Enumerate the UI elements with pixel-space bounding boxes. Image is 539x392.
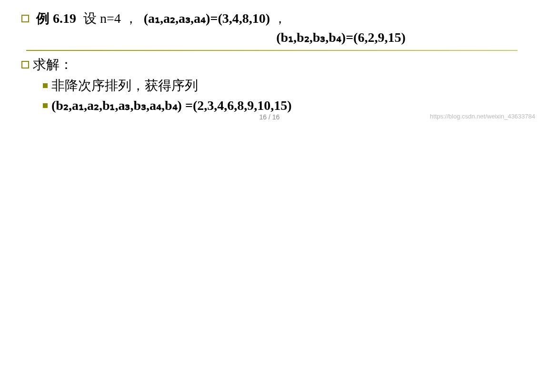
example-setup: 设 n=4 ， [83, 11, 138, 26]
solve-label: 求解： [21, 56, 527, 74]
b-vector-line: (b₁,b₂,b₃,b₄)=(6,2,9,15) [12, 29, 527, 45]
b-vector: (b₁,b₂,b₃,b₄)=(6,2,9,15) [276, 30, 406, 45]
watermark: https://blog.csdn.net/weixin_43633784 [430, 113, 535, 120]
example-label: 例 6.19 [36, 11, 76, 26]
example-header: 例 6.19 设 n=4 ， (a₁,a₂,a₃,a₄)=(3,4,8,10) … [21, 10, 527, 28]
divider [26, 50, 518, 51]
page-number: 16 / 16 [260, 113, 280, 121]
sorted-sequence: (b₂,a₁,a₂,b₁,a₃,b₃,a₄,b₄) =(2,3,4,6,8,9,… [43, 98, 527, 113]
comma: ， [273, 11, 287, 26]
nondesc-text: 非降次序排列，获得序列 [43, 77, 527, 95]
a-vector: (a₁,a₂,a₃,a₄)=(3,4,8,10) [144, 11, 270, 26]
